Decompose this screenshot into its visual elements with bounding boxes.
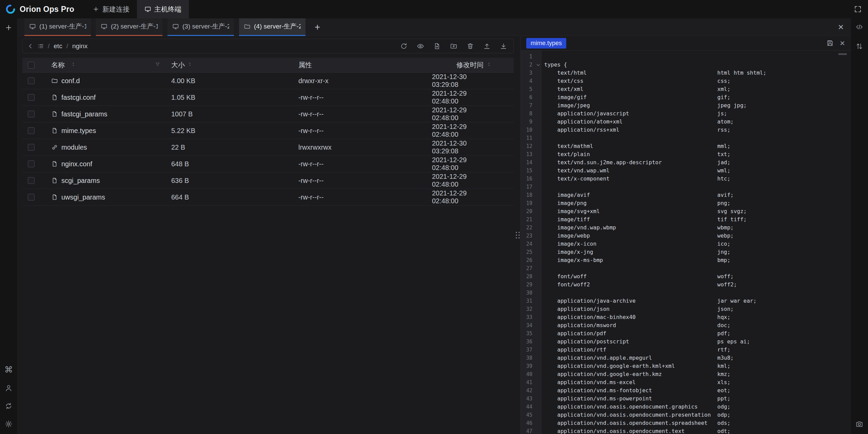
editor-line[interactable]: 23 image/webp webp; [521,232,850,240]
editor-line[interactable]: 38 application/vnd.apple.mpegurl m3u8; [521,354,850,362]
file-row[interactable]: scgi_params636 B-rw-r--r--2021-12-29 02:… [22,172,514,189]
file-row[interactable]: mime.types5.22 KB-rw-r--r--2021-12-29 02… [22,122,514,139]
editor-line[interactable]: 25 image/x-jng jng; [521,248,850,256]
editor-line[interactable]: 3 text/html html htm shtml; [521,69,850,77]
file-row[interactable]: fastcgi_params1007 B-rw-r--r--2021-12-29… [22,106,514,122]
add-tab-button[interactable]: + [311,18,324,36]
file-row[interactable]: modules22 Blrwxrwxrwx2021-12-30 03:29:08 [22,139,514,156]
sort-caret-icon[interactable] [487,61,491,69]
editor-line[interactable]: 21 image/tiff tif tiff; [521,215,850,224]
editor-scrollbar-thumb[interactable] [838,53,847,55]
topbar-menu-item[interactable]: 新建连接 [85,0,137,18]
filter-funnel-icon[interactable] [155,61,160,69]
sort-caret-icon[interactable] [188,61,192,69]
back-button[interactable] [25,41,36,51]
editor-line[interactable]: 39 application/vnd.google-earth.kml+xml … [521,362,850,370]
file-row[interactable]: conf.d4.00 KBdrwxr-xr-x2021-12-30 03:29:… [22,73,514,89]
editor-line[interactable]: 11 [521,134,850,142]
editor-line[interactable]: 46 application/vnd.oasis.opendocument.sp… [521,419,850,427]
session-tab[interactable]: (3) server-生产-2 [167,18,234,36]
editor-line[interactable]: 1 [521,53,850,61]
breadcrumb-segment[interactable]: nginx [72,42,87,50]
row-checkbox[interactable] [28,194,35,201]
editor-line[interactable]: 17 [521,183,850,191]
editor-line[interactable]: 45 application/vnd.oasis.opendocument.pr… [521,411,850,419]
editor-line[interactable]: 29 font/woff2 woff2; [521,281,850,289]
editor-line[interactable]: 18 image/avif avif; [521,191,850,199]
row-checkbox[interactable] [28,111,35,117]
file-name[interactable]: fastcgi.conf [61,94,96,101]
session-tab[interactable]: (1) server-生产-1 [24,18,91,36]
session-tab[interactable]: (4) server-生产-2 [239,18,305,36]
file-name[interactable]: modules [61,144,87,151]
file-name[interactable]: scgi_params [61,177,100,185]
row-checkbox[interactable] [28,177,35,184]
editor-line[interactable]: 7 image/jpeg jpeg jpg; [521,101,850,110]
row-checkbox[interactable] [28,127,35,134]
editor-line[interactable]: 6 image/gif gif; [521,93,850,101]
editor-line[interactable]: 28 font/woff woff; [521,272,850,281]
editor-line[interactable]: 26 image/x-ms-bmp bmp; [521,256,850,264]
editor-line[interactable]: 19 image/png png; [521,199,850,207]
editor-line[interactable]: 32 application/json json; [521,305,850,313]
file-row[interactable]: nginx.conf648 B-rw-r--r--2021-12-29 02:4… [22,156,514,172]
editor-line[interactable]: 24 image/x-icon ico; [521,240,850,248]
editor-line[interactable]: 22 image/vnd.wap.wbmp wbmp; [521,224,850,232]
editor-line[interactable]: 9 application/atom+xml atom; [521,118,850,126]
file-name[interactable]: nginx.conf [61,160,92,168]
fold-chevron-icon[interactable] [532,61,544,69]
file-name[interactable]: fastcgi_params [61,110,107,118]
editor-line[interactable]: 40 application/vnd.google-earth.kmz kmz; [521,370,850,378]
editor-line[interactable]: 8 application/javascript js; [521,110,850,118]
editor-line[interactable]: 15 text/vnd.wap.wml wml; [521,167,850,175]
editor-line[interactable]: 13 text/plain txt; [521,150,850,158]
plus-icon[interactable] [5,24,13,32]
gear-icon[interactable] [5,420,13,428]
sort-vertical-icon[interactable] [855,42,863,50]
editor-line[interactable]: 2types { [521,61,850,69]
file-row[interactable]: uwsgi_params664 B-rw-r--r--2021-12-29 02… [22,189,514,206]
editor-line[interactable]: 20 image/svg+xml svg svgz; [521,207,850,215]
editor-line[interactable]: 47 application/vnd.oasis.opendocument.te… [521,427,850,434]
editor-line[interactable]: 43 application/vnd.ms-powerpoint ppt; [521,395,850,403]
sort-caret-icon[interactable] [71,61,76,69]
column-header[interactable]: 属性 [294,60,432,70]
row-checkbox[interactable] [28,94,35,101]
download-icon[interactable] [499,42,508,51]
editor-line[interactable]: 34 application/msword doc; [521,321,850,329]
command-icon[interactable]: ⌘ [4,365,13,374]
editor-line[interactable]: 36 application/postscript ps eps ai; [521,338,850,346]
select-all-checkbox[interactable] [28,62,35,69]
panel-splitter[interactable] [515,36,520,434]
breadcrumb-root-button[interactable] [36,41,46,51]
row-checkbox[interactable] [28,77,35,84]
code-icon[interactable] [855,23,863,31]
session-tab[interactable]: (2) server-生产-1 [96,18,162,36]
breadcrumb-segment[interactable]: etc [54,42,62,50]
close-all-tabs-button[interactable]: × [838,18,850,36]
editor-line[interactable]: 35 application/pdf pdf; [521,329,850,338]
editor-line[interactable]: 33 application/mac-binhex40 hqx; [521,313,850,321]
user-icon[interactable] [5,384,13,392]
editor-line[interactable]: 37 application/rtf rtf; [521,346,850,354]
editor-line[interactable]: 41 application/vnd.ms-excel xls; [521,378,850,386]
save-icon[interactable] [826,39,834,47]
editor-line[interactable]: 14 text/vnd.sun.j2me.app-descriptor jad; [521,158,850,167]
eye-icon[interactable] [416,42,425,51]
file-row[interactable]: fastcgi.conf1.05 KB-rw-r--r--2021-12-29 … [22,89,514,106]
sync-icon[interactable] [5,402,13,410]
folder-plus-icon[interactable] [449,42,458,51]
file-plus-icon[interactable] [433,42,441,51]
file-name[interactable]: conf.d [61,77,80,85]
editor-line[interactable]: 4 text/css css; [521,77,850,85]
editor-line[interactable]: 44 application/vnd.oasis.opendocument.gr… [521,403,850,411]
editor-line[interactable]: 30 [521,289,850,297]
trash-icon[interactable] [466,42,475,51]
fullscreen-icon[interactable] [854,5,862,13]
upload-icon[interactable] [482,42,491,51]
editor-line[interactable]: 12 text/mathml mml; [521,142,850,150]
row-checkbox[interactable] [28,161,35,167]
editor-line[interactable]: 5 text/xml xml; [521,85,850,93]
editor-line[interactable]: 27 [521,264,850,272]
column-header[interactable]: 修改时间 [432,60,514,70]
